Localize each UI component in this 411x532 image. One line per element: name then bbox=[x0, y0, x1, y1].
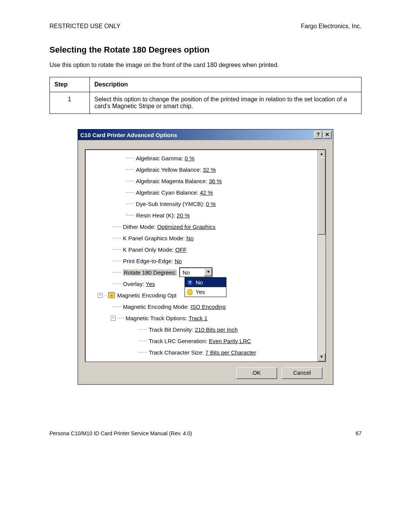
col-step-header: Step bbox=[50, 77, 90, 92]
tree-connector-icon: ┈┈┈┈ bbox=[112, 236, 121, 241]
tree-connector-icon: ┈┈┈┈ bbox=[125, 179, 134, 184]
intro-text: Use this option to rotate the image on t… bbox=[49, 62, 362, 69]
tree-label: K Panel Graphics Mode: bbox=[123, 235, 185, 241]
company-label: Fargo Electronics, Inc. bbox=[301, 23, 362, 30]
tree-item-kpanel-graphics[interactable]: ┈┈┈┈ K Panel Graphics Mode: No bbox=[89, 232, 316, 244]
tree-item-dither-mode[interactable]: ┈┈┈┈ Dither Mode: Optimized for Graphics bbox=[89, 221, 316, 232]
tree-item-algebraic-yellow[interactable]: ┈┈┈┈ Algebraic Yellow Balance: 32 % bbox=[89, 164, 316, 175]
tree-item-algebraic-cyan[interactable]: ┈┈┈┈ Algebraic Cyan Balance: 42 % bbox=[89, 187, 316, 198]
tree-connector-icon: ┈┈┈┈ bbox=[112, 304, 121, 309]
tree-label: Resin Heat (K): bbox=[136, 212, 175, 219]
tree-connector-icon: ┈┈┈┈ bbox=[112, 270, 121, 275]
tree-connector-icon: └┈┈┈ bbox=[125, 213, 135, 218]
dialog-title: C10 Card Printer Advanced Options bbox=[80, 132, 177, 138]
tree-label: Algebraic Magenta Balance: bbox=[136, 178, 207, 184]
tree-connector-icon: ┈┈┈┈ bbox=[112, 259, 121, 264]
scroll-down-button[interactable]: ▼ bbox=[318, 353, 325, 361]
table-row: 1 Select this option to change the posit… bbox=[50, 92, 362, 114]
cancel-button[interactable]: Cancel bbox=[282, 367, 322, 379]
tree-connector-icon: ┈┈┈┈ bbox=[125, 156, 134, 161]
tree-item-track-bit-density[interactable]: ┈┈┈┈ Track Bit Density: 210 Bits per Inc… bbox=[89, 324, 316, 335]
tree-scrollbar[interactable]: ▲ ▼ bbox=[317, 150, 325, 361]
tree-value[interactable]: 32 % bbox=[203, 166, 216, 173]
tree-connector-icon: ┈┈┈┈ bbox=[112, 281, 121, 286]
dropdown-option-yes[interactable]: Yes bbox=[185, 287, 226, 297]
scroll-up-button[interactable]: ▲ bbox=[318, 150, 325, 158]
tree-value[interactable]: Track 1 bbox=[189, 315, 207, 321]
tree-value[interactable]: No bbox=[186, 235, 194, 241]
tree-label: Magnetic Encoding Mode: bbox=[123, 304, 189, 310]
tree-label: Algebraic Yellow Balance: bbox=[136, 166, 201, 173]
step-description: Select this option to change the positio… bbox=[90, 92, 362, 114]
expand-minus-icon[interactable]: − bbox=[98, 293, 103, 298]
tree-value[interactable]: No bbox=[175, 258, 182, 264]
expand-minus-icon[interactable]: − bbox=[111, 316, 116, 321]
tree-item-rotate-180[interactable]: ┈┈┈┈ Rotate 180 Degrees: No ▼ ? No bbox=[89, 267, 316, 278]
tree-item-resin-heat[interactable]: └┈┈┈ Resin Heat (K): 20 % bbox=[89, 209, 316, 221]
step-number: 1 bbox=[50, 92, 90, 114]
tree-item-kpanel-only[interactable]: ┈┈┈┈ K Panel Only Mode: OFF bbox=[89, 244, 316, 255]
tree-value[interactable]: OFF bbox=[175, 246, 186, 253]
tree-label: Print Edge-to-Edge: bbox=[123, 258, 173, 264]
lightbulb-icon bbox=[187, 289, 193, 295]
options-tree[interactable]: ┈┈┈┈ Algebraic Gamma: 0 % ┈┈┈┈ Algebraic… bbox=[86, 150, 317, 361]
tree-connector-icon: ┈┈┈┈ bbox=[125, 201, 134, 206]
tree-item-edge-to-edge[interactable]: ┈┈┈┈ Print Edge-to-Edge: No bbox=[89, 255, 316, 267]
option-label: Yes bbox=[196, 289, 205, 295]
tree-value[interactable]: ISO Encoding bbox=[190, 304, 226, 310]
tree-value[interactable]: Optimized for Graphics bbox=[157, 224, 215, 230]
titlebar[interactable]: C10 Card Printer Advanced Options ? ✕ bbox=[78, 129, 333, 140]
tree-connector-icon: ┈┈┈┈ bbox=[138, 327, 147, 332]
tree-value[interactable]: 36 % bbox=[209, 178, 222, 184]
dropdown-option-no[interactable]: ? No bbox=[185, 278, 226, 287]
dropdown-selected: No bbox=[180, 269, 204, 276]
tree-item-algebraic-magenta[interactable]: ┈┈┈┈ Algebraic Magenta Balance: 36 % bbox=[89, 175, 316, 187]
tree-value[interactable]: 210 Bits per Inch bbox=[195, 326, 238, 333]
help-button[interactable]: ? bbox=[314, 131, 322, 139]
tree-value[interactable]: Yes bbox=[146, 281, 155, 287]
tree-label: K Panel Only Mode: bbox=[123, 246, 174, 253]
scroll-thumb[interactable] bbox=[318, 158, 325, 235]
tree-label: Algebraic Gamma: bbox=[136, 155, 183, 161]
rotate-dropdown-list[interactable]: ? No Yes bbox=[185, 277, 226, 297]
tree-value[interactable]: 7 Bits per Character bbox=[206, 349, 256, 356]
ok-button[interactable]: OK bbox=[236, 367, 277, 379]
tree-item-dyesub-intensity[interactable]: ┈┈┈┈ Dye-Sub Intensity (YMCB): 0 % bbox=[89, 198, 316, 209]
tree-value[interactable]: 0 % bbox=[206, 201, 216, 207]
rotate-dropdown[interactable]: No ▼ bbox=[179, 267, 213, 277]
tree-value[interactable]: 20 % bbox=[177, 212, 190, 219]
restricted-label: RESTRICTED USE ONLY bbox=[49, 23, 120, 30]
tree-label: Overlay: bbox=[123, 281, 144, 287]
tree-label: Rotate 180 Degrees: bbox=[123, 269, 177, 276]
tree-value[interactable]: 42 % bbox=[200, 189, 213, 196]
tree-item-magnetic-encoding-mode[interactable]: ┈┈┈┈ Magnetic Encoding Mode: ISO Encodin… bbox=[89, 301, 316, 312]
tree-value[interactable]: Even Parity LRC bbox=[209, 338, 251, 344]
tree-item-track-lrc[interactable]: ┈┈┈┈ Track LRC Generation: Even Parity L… bbox=[89, 335, 316, 347]
tree-label: Track LRC Generation: bbox=[149, 338, 207, 344]
page-heading: Selecting the Rotate 180 Degrees option bbox=[49, 45, 362, 55]
dropdown-arrow-icon[interactable]: ▼ bbox=[204, 268, 212, 276]
tree-item-algebraic-gamma[interactable]: ┈┈┈┈ Algebraic Gamma: 0 % bbox=[89, 152, 316, 164]
page-number: 67 bbox=[355, 430, 362, 436]
tree-connector-icon: ┈┈┈┈ bbox=[138, 350, 147, 355]
tree-value[interactable]: 0 % bbox=[185, 155, 194, 161]
option-label: No bbox=[196, 279, 203, 286]
close-button[interactable]: ✕ bbox=[323, 131, 331, 139]
question-bulb-icon: ? bbox=[187, 280, 193, 285]
col-desc-header: Description bbox=[90, 77, 362, 92]
tree-connector-icon: ┈┈┈┈ bbox=[125, 167, 134, 172]
tree-label: Magnetic Track Options: bbox=[126, 315, 187, 321]
tree-item-track-char-size[interactable]: ┈┈┈┈ Track Character Size: 7 Bits per Ch… bbox=[89, 347, 316, 358]
tree-connector-icon: ┈┈┈┈ bbox=[125, 190, 134, 195]
tree-label: Track Bit Density: bbox=[149, 326, 193, 333]
footer-manual-label: Persona C10/M10 ID Card Printer Service … bbox=[49, 430, 192, 436]
tree-connector-icon: ┈┈┈┈ bbox=[112, 247, 121, 252]
advanced-options-dialog: C10 Card Printer Advanced Options ? ✕ ┈┈… bbox=[78, 129, 333, 385]
tree-label: Dye-Sub Intensity (YMCB): bbox=[136, 201, 204, 207]
tree-label: Track Character Size: bbox=[149, 349, 204, 356]
tree-label: Dither Mode: bbox=[123, 224, 156, 230]
tree-item-magnetic-track-options[interactable]: − ┈┈┈ Magnetic Track Options: Track 1 bbox=[89, 312, 316, 324]
steps-table: Step Description 1 Select this option to… bbox=[49, 77, 362, 114]
tree-label: Magnetic Encoding Opt bbox=[117, 292, 177, 299]
lock-icon: 🔒 bbox=[108, 292, 115, 298]
